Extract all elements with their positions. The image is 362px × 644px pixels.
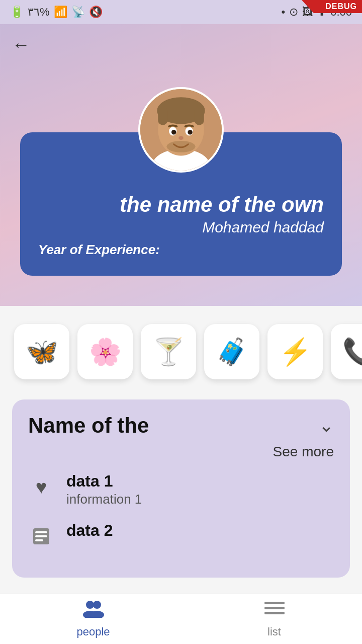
svg-rect-21: [264, 602, 285, 604]
nav-label-list: list: [267, 625, 281, 638]
data-item-2: data 2: [28, 521, 334, 549]
svg-rect-16: [35, 539, 43, 541]
list-icon: [263, 600, 286, 622]
wifi-icon: 📡: [71, 6, 85, 19]
nav-label-people: people: [76, 625, 110, 638]
mute-icon: 🔇: [89, 6, 103, 19]
profile-card: the name of the own Mohamed haddad Year …: [20, 132, 342, 276]
svg-point-10: [188, 130, 193, 135]
people-icon: [82, 600, 105, 622]
svg-rect-6: [195, 106, 204, 125]
svg-rect-22: [264, 607, 285, 609]
avatar-image: [140, 89, 222, 171]
icon-phone[interactable]: 📞: [331, 324, 362, 379]
svg-rect-5: [158, 106, 167, 125]
svg-point-9: [171, 130, 176, 135]
data-item-1-label: data 1: [66, 472, 142, 491]
icon-butterfly[interactable]: 🦋: [14, 324, 69, 379]
battery-icon: 🔋: [10, 6, 24, 19]
butterfly-emoji: 🦋: [26, 337, 58, 367]
section-title: Name of the: [28, 414, 149, 438]
section-header: Name of the ⌄: [28, 414, 334, 438]
icon-lightning[interactable]: ⚡: [267, 324, 323, 379]
icon-cocktail[interactable]: 🍸: [141, 324, 196, 379]
data-section: Name of the ⌄ See more ♥ data 1 informat…: [12, 399, 350, 578]
back-button[interactable]: ←: [12, 34, 30, 55]
card-subtitle: Mohamed haddad: [202, 219, 324, 236]
luggage-emoji: 🧳: [216, 337, 248, 367]
card-title: the name of the own: [38, 193, 324, 217]
dot-icon: •: [281, 6, 285, 19]
svg-point-17: [86, 601, 94, 609]
icon-luggage[interactable]: 🧳: [204, 324, 259, 379]
card-meta: Year of Experience:: [38, 242, 324, 258]
bottom-nav: people list: [0, 594, 362, 644]
svg-rect-23: [264, 612, 285, 614]
see-more-link[interactable]: See more: [28, 444, 334, 460]
flower-emoji: 🌸: [89, 337, 122, 367]
nav-item-people[interactable]: people: [76, 600, 110, 638]
lightning-emoji: ⚡: [279, 337, 312, 367]
status-bar-left: 🔋 ٣٦% 📶 📡 🔇: [10, 6, 103, 19]
chevron-down-icon[interactable]: ⌄: [319, 415, 334, 436]
phone-emoji: 📞: [342, 337, 363, 367]
hero-section: ←: [0, 24, 362, 306]
data-item-1: ♥ data 1 information 1: [28, 472, 334, 507]
icon-flower[interactable]: 🌸: [77, 324, 133, 379]
data-item-1-info: information 1: [66, 492, 142, 507]
data-item-2-text: data 2: [66, 521, 113, 540]
svg-point-18: [93, 601, 101, 609]
svg-point-12: [166, 141, 195, 152]
icon-row: 🦋 🌸 🍸 🧳 ⚡ 📞: [0, 306, 362, 389]
screen-icon: ⊙: [289, 6, 298, 19]
data-item-2-icon: [28, 523, 54, 549]
battery-text: ٣٦%: [28, 6, 50, 19]
status-bar: 🔋 ٣٦% 📶 📡 🔇 • ⊙ 🖼 ⬆ 0:00 DEBUG: [0, 0, 362, 24]
data-item-1-icon: ♥: [28, 474, 54, 500]
signal-icon: 📶: [54, 6, 67, 19]
nav-item-list[interactable]: list: [263, 600, 286, 638]
svg-point-11: [178, 136, 184, 140]
avatar-container: [138, 87, 224, 173]
data-item-1-text: data 1 information 1: [66, 472, 142, 507]
svg-rect-15: [35, 535, 47, 537]
svg-rect-14: [35, 531, 47, 533]
data-item-2-label: data 2: [66, 521, 113, 540]
cocktail-emoji: 🍸: [152, 337, 185, 367]
